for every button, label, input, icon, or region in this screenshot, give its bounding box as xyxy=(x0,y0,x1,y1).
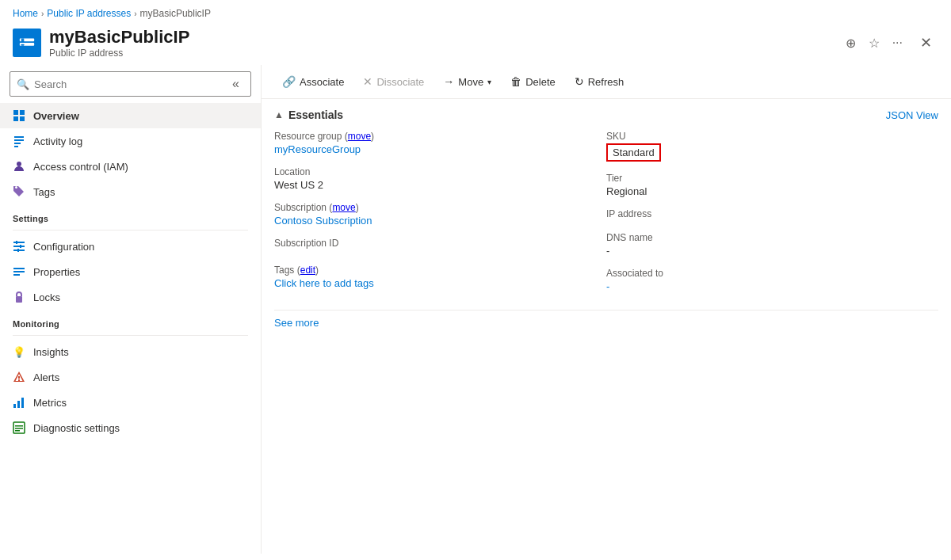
insights-icon: 💡 xyxy=(13,345,25,358)
search-container: 🔍 « xyxy=(10,71,251,97)
resource-type: Public IP address xyxy=(49,48,835,59)
resource-icon xyxy=(13,29,41,57)
essentials-title: ▲ Essentials xyxy=(274,109,343,121)
header-actions: ⊕ ☆ ··· xyxy=(842,32,906,54)
associate-button[interactable]: 🔗 Associate xyxy=(274,71,352,92)
svg-rect-24 xyxy=(13,404,16,408)
dissociate-button[interactable]: ✕ Dissociate xyxy=(355,71,432,92)
public-ip-icon xyxy=(18,34,36,51)
essentials-divider xyxy=(274,310,938,310)
favourite-button[interactable]: ☆ xyxy=(865,32,883,54)
search-input[interactable] xyxy=(34,78,223,90)
sidebar-item-alerts[interactable]: Alerts xyxy=(0,364,261,390)
field-value-tier: Regional xyxy=(606,185,938,197)
field-subscription-id: Subscription ID xyxy=(274,238,606,250)
subscription-move-link[interactable]: move xyxy=(332,202,355,213)
svg-rect-21 xyxy=(13,271,25,272)
svg-rect-28 xyxy=(15,425,23,427)
associated-to-link[interactable]: - xyxy=(606,280,609,292)
resource-title-block: myBasicPublicIP Public IP address xyxy=(49,27,835,59)
search-icon: 🔍 xyxy=(17,78,29,90)
dissociate-icon: ✕ xyxy=(363,75,372,88)
associate-label: Associate xyxy=(300,76,344,88)
sidebar-item-properties[interactable]: Properties xyxy=(0,259,261,284)
svg-rect-25 xyxy=(17,401,20,408)
sidebar-item-tags[interactable]: Tags xyxy=(0,179,261,204)
svg-rect-11 xyxy=(14,143,21,144)
collapse-sidebar-button[interactable]: « xyxy=(227,75,244,93)
sidebar-item-access-control[interactable]: Access control (IAM) xyxy=(0,154,261,179)
configuration-icon xyxy=(13,240,25,253)
essentials-section: ▲ Essentials JSON View Resource group (m… xyxy=(262,99,951,338)
field-label-subscription: Subscription (move) xyxy=(274,202,606,213)
field-label-dns-name: DNS name xyxy=(606,232,938,243)
field-label-associated-to: Associated to xyxy=(606,268,938,279)
field-tier: Tier Regional xyxy=(606,173,938,197)
sidebar-item-diagnostic-settings[interactable]: Diagnostic settings xyxy=(0,415,261,440)
svg-rect-3 xyxy=(21,44,25,46)
essentials-chevron[interactable]: ▲ xyxy=(274,109,284,120)
breadcrumb-parent[interactable]: Public IP addresses xyxy=(47,8,131,19)
field-label-ip-address: IP address xyxy=(606,208,938,219)
svg-rect-17 xyxy=(16,241,17,244)
breadcrumb-home[interactable]: Home xyxy=(13,8,38,19)
close-button[interactable]: ✕ xyxy=(914,31,938,55)
svg-rect-14 xyxy=(13,242,25,243)
breadcrumb-current: myBasicPublicIP xyxy=(140,8,211,19)
field-label-sku: SKU xyxy=(606,131,938,142)
sidebar-item-insights[interactable]: 💡 Insights xyxy=(0,339,261,364)
tags-add-link[interactable]: Click here to add tags xyxy=(274,277,374,289)
sidebar-item-locks[interactable]: Locks xyxy=(0,284,261,310)
content-area: 🔗 Associate ✕ Dissociate → Move ▾ 🗑 Dele… xyxy=(262,65,951,554)
sidebar-label-alerts: Alerts xyxy=(33,371,59,383)
field-value-location: West US 2 xyxy=(274,179,606,191)
locks-icon xyxy=(13,291,25,303)
tags-edit-link[interactable]: edit xyxy=(300,265,315,276)
svg-rect-19 xyxy=(17,249,19,252)
sidebar-label-locks: Locks xyxy=(33,291,60,303)
field-label-tier: Tier xyxy=(606,173,938,184)
sidebar-item-overview[interactable]: Overview xyxy=(0,103,261,128)
field-ip-address: IP address xyxy=(606,208,938,221)
resource-group-move-link[interactable]: move xyxy=(348,131,371,142)
svg-rect-9 xyxy=(14,136,24,138)
sidebar-label-diagnostic-settings: Diagnostic settings xyxy=(33,422,120,434)
tags-section: Tags (edit) Click here to add tags xyxy=(274,265,606,289)
refresh-icon: ↻ xyxy=(575,75,584,88)
move-icon: → xyxy=(443,75,454,88)
sidebar-item-metrics[interactable]: Metrics xyxy=(0,390,261,415)
breadcrumb-chevron-2: › xyxy=(134,10,136,18)
delete-button[interactable]: 🗑 Delete xyxy=(502,71,563,92)
sidebar-item-configuration[interactable]: Configuration xyxy=(0,234,261,259)
tags-icon xyxy=(13,185,25,198)
resource-group-link[interactable]: myResourceGroup xyxy=(274,143,361,155)
resource-name: myBasicPublicIP xyxy=(49,27,835,48)
metrics-icon xyxy=(13,396,25,409)
svg-point-13 xyxy=(17,162,21,166)
sidebar-label-metrics: Metrics xyxy=(33,397,67,409)
essentials-title-text: Essentials xyxy=(288,109,343,121)
settings-section-label: Settings xyxy=(0,204,261,227)
field-value-associated-to: - xyxy=(606,280,938,292)
svg-rect-6 xyxy=(20,110,25,115)
see-more-link[interactable]: See more xyxy=(274,317,938,329)
svg-rect-5 xyxy=(13,110,18,115)
pin-button[interactable]: ⊕ xyxy=(842,32,859,54)
field-label-resource-group: Resource group (move) xyxy=(274,131,606,142)
sidebar-item-activity-log[interactable]: Activity log xyxy=(0,128,261,154)
field-value-subscription: Contoso Subscription xyxy=(274,215,606,227)
refresh-button[interactable]: ↻ Refresh xyxy=(567,71,632,92)
svg-rect-10 xyxy=(14,139,24,141)
svg-rect-15 xyxy=(13,246,25,247)
more-button[interactable]: ··· xyxy=(889,32,906,53)
json-view-link[interactable]: JSON View xyxy=(886,109,938,121)
field-dns-name: DNS name - xyxy=(606,232,938,257)
breadcrumb-chevron-1: › xyxy=(41,10,44,18)
svg-rect-12 xyxy=(14,146,18,147)
move-button[interactable]: → Move ▾ xyxy=(435,71,499,92)
subscription-link[interactable]: Contoso Subscription xyxy=(274,215,372,227)
delete-icon: 🗑 xyxy=(510,75,521,88)
sku-highlight: Standard xyxy=(606,143,661,162)
svg-rect-26 xyxy=(21,398,24,408)
access-control-icon xyxy=(13,160,25,173)
